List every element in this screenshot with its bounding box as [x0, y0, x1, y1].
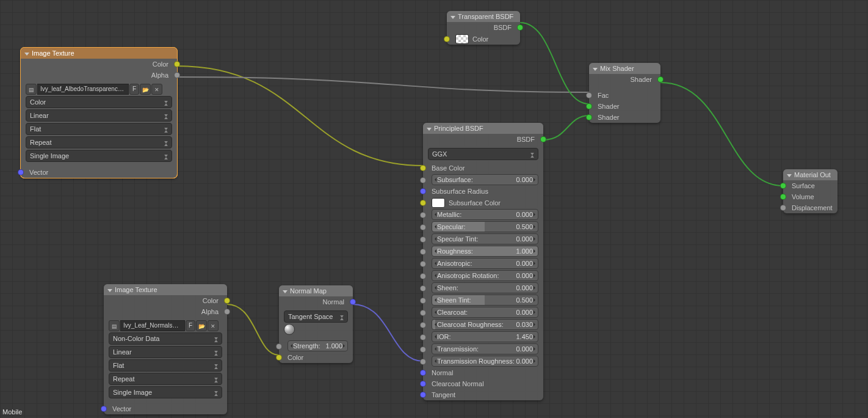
extension-dropdown[interactable]: Repeat	[109, 373, 222, 385]
color-space-dropdown[interactable]: Non-Color Data	[109, 332, 222, 345]
color-swatch[interactable]	[432, 198, 445, 208]
node-header[interactable]: Mix Shader	[589, 63, 660, 74]
color-swatch[interactable]	[455, 34, 469, 44]
value-field[interactable]: Clearcoat Roughness:0.030	[432, 319, 538, 330]
unlink-image-icon[interactable]: ✕	[151, 84, 162, 95]
projection-dropdown[interactable]: Flat	[109, 359, 222, 372]
unlink-image-icon[interactable]: ✕	[208, 320, 219, 331]
collapse-icon[interactable]	[787, 174, 792, 177]
node-header[interactable]: Normal Map	[279, 285, 353, 296]
collapse-icon[interactable]	[450, 16, 455, 19]
socket-in[interactable]	[420, 188, 426, 194]
value-field[interactable]: Anisotropic Rotation:0.000	[432, 270, 538, 281]
projection-dropdown[interactable]: Flat	[26, 123, 172, 135]
fake-user-button[interactable]: F	[186, 320, 195, 331]
socket-normal-out[interactable]	[350, 299, 356, 305]
image-name-field[interactable]: Ivy_leaf_AlbedoTransparency....	[37, 84, 129, 95]
node-normal-map[interactable]: Normal Map Normal Tangent Space Strength…	[279, 285, 353, 363]
node-material-output[interactable]: Material Out Surface Volume Displacement	[783, 169, 837, 213]
node-principled-bsdf[interactable]: Principled BSDF BSDF GGX Base Color Subs…	[423, 123, 543, 400]
node-image-texture-2[interactable]: Image Texture Color Alpha ▤ Ivy_Leaf_Nor…	[104, 284, 227, 414]
collapse-icon[interactable]	[24, 53, 29, 56]
value-field[interactable]: Sheen Tint:0.500	[432, 295, 538, 306]
image-name-field[interactable]: Ivy_Leaf_NormalsM...	[120, 320, 185, 331]
socket-displacement-in[interactable]	[780, 205, 786, 211]
socket-base-color-in[interactable]	[420, 165, 426, 171]
socket-color-out[interactable]	[224, 298, 230, 304]
value-field[interactable]: Anisotropic:0.000	[432, 258, 538, 269]
node-transparent-bsdf[interactable]: Transparent BSDF BSDF Color	[447, 11, 520, 45]
socket-in[interactable]	[420, 261, 426, 267]
socket-shader-out[interactable]	[657, 76, 664, 82]
socket-in[interactable]	[420, 177, 426, 183]
socket-in[interactable]	[420, 249, 426, 255]
socket-normal-in[interactable]	[420, 370, 426, 376]
socket-bsdf-out[interactable]	[540, 136, 546, 142]
socket-strength-in[interactable]	[276, 343, 282, 350]
value-field[interactable]: Subsurface:0.000	[432, 174, 538, 185]
image-browse-icon[interactable]: ▤	[109, 320, 120, 331]
value-field[interactable]: Transmission:0.000	[432, 343, 538, 354]
socket-clearcoat-normal-in[interactable]	[420, 381, 426, 387]
socket-volume-in[interactable]	[780, 194, 786, 200]
value-field[interactable]: Specular:0.500	[432, 221, 538, 232]
source-dropdown[interactable]: Single Image	[26, 150, 172, 162]
socket-shader2-in[interactable]	[586, 114, 592, 120]
interpolation-dropdown[interactable]: Linear	[26, 109, 172, 122]
node-image-texture-1[interactable]: Image Texture Color Alpha ▤ Ivy_leaf_Alb…	[21, 48, 177, 178]
strength-field[interactable]: Strength:1.000	[288, 340, 348, 351]
source-dropdown[interactable]: Single Image	[109, 386, 222, 398]
node-header[interactable]: Image Texture	[21, 48, 177, 59]
image-browse-icon[interactable]: ▤	[26, 84, 37, 95]
socket-in[interactable]	[420, 346, 426, 353]
interpolation-dropdown[interactable]: Linear	[109, 346, 222, 358]
socket-in[interactable]	[420, 334, 426, 340]
value-field[interactable]: Specular Tint:0.000	[432, 233, 538, 244]
open-image-icon[interactable]: 📂	[196, 320, 207, 331]
node-header[interactable]: Transparent BSDF	[447, 11, 520, 22]
socket-in[interactable]	[420, 237, 426, 243]
collapse-icon[interactable]	[283, 290, 288, 293]
socket-shader1-in[interactable]	[586, 103, 592, 109]
socket-vector-in[interactable]	[18, 169, 24, 175]
socket-color-in[interactable]	[276, 354, 282, 361]
value-field[interactable]: Clearcoat:0.000	[432, 307, 538, 318]
color-space-dropdown[interactable]: Color	[26, 96, 172, 108]
collapse-icon[interactable]	[593, 68, 598, 71]
socket-alpha-out[interactable]	[174, 72, 180, 78]
value-field[interactable]: Sheen:0.000	[432, 282, 538, 293]
uvmap-icon[interactable]	[284, 324, 295, 335]
socket-bsdf-out[interactable]	[517, 24, 523, 31]
node-header[interactable]: Image Texture	[104, 284, 227, 295]
value-field[interactable]: Transmission Roughness:0.000	[432, 356, 538, 367]
socket-in[interactable]	[420, 298, 426, 304]
extension-dropdown[interactable]: Repeat	[26, 136, 172, 148]
socket-in[interactable]	[420, 200, 426, 206]
node-mix-shader[interactable]: Mix Shader Shader Fac Shader Shader	[589, 63, 660, 123]
socket-tangent-in[interactable]	[420, 392, 426, 398]
socket-in[interactable]	[420, 212, 426, 218]
value-field[interactable]: IOR:1.450	[432, 331, 538, 342]
socket-surface-in[interactable]	[780, 183, 786, 189]
socket-in[interactable]	[420, 359, 426, 365]
distribution-dropdown[interactable]: GGX	[428, 148, 538, 160]
space-dropdown[interactable]: Tangent Space	[284, 310, 348, 323]
collapse-icon[interactable]	[107, 289, 112, 292]
socket-in[interactable]	[420, 224, 426, 230]
collapse-icon[interactable]	[427, 128, 432, 131]
socket-color-out[interactable]	[174, 61, 180, 67]
value-field[interactable]: Roughness:1.000	[432, 246, 538, 257]
socket-in[interactable]	[420, 273, 426, 279]
value-field[interactable]: Metallic:0.000	[432, 209, 538, 220]
socket-in[interactable]	[420, 310, 426, 316]
socket-alpha-out[interactable]	[224, 309, 230, 315]
node-header[interactable]: Material Out	[783, 169, 837, 180]
fake-user-button[interactable]: F	[129, 84, 139, 95]
node-header[interactable]: Principled BSDF	[423, 123, 543, 134]
socket-in[interactable]	[420, 285, 426, 292]
open-image-icon[interactable]: 📂	[140, 84, 151, 95]
socket-vector-in[interactable]	[101, 406, 107, 412]
socket-in[interactable]	[420, 322, 426, 328]
socket-fac-in[interactable]	[586, 92, 592, 98]
socket-color-in[interactable]	[444, 36, 450, 42]
